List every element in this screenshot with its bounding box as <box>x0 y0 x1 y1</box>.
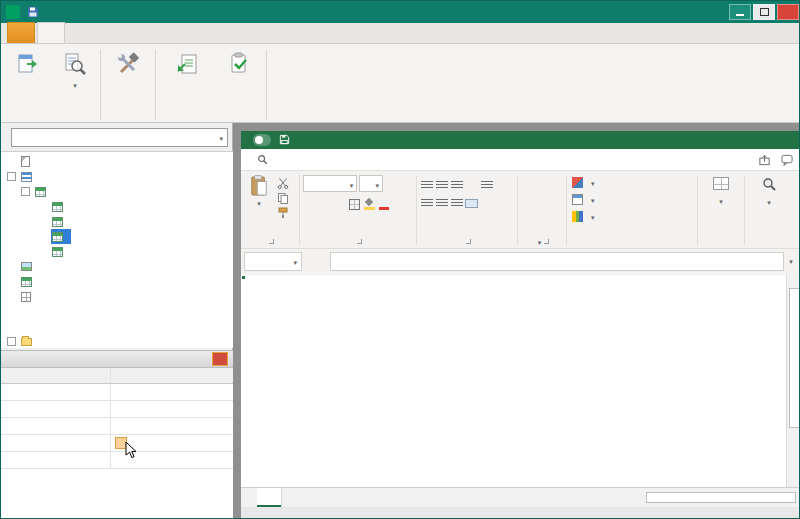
tree-item-tables[interactable] <box>1 274 233 289</box>
percent-style-button[interactable] <box>521 175 563 235</box>
vertical-scrollbar[interactable] <box>786 275 800 487</box>
align-center-button[interactable] <box>435 193 448 208</box>
share-icon[interactable] <box>758 154 771 166</box>
font-color-button[interactable] <box>378 195 391 210</box>
entity-tree <box>1 151 233 348</box>
group-separator <box>744 175 745 245</box>
excel-pane <box>241 131 800 519</box>
orientation-button[interactable] <box>465 175 478 190</box>
editing-group <box>746 172 792 248</box>
comments-icon[interactable] <box>781 154 793 166</box>
minimize-button[interactable] <box>729 4 751 20</box>
collapse-expander-icon[interactable] <box>21 187 30 196</box>
tools-group <box>159 46 263 122</box>
connection-select[interactable] <box>11 128 228 147</box>
dialog-launcher-icon[interactable] <box>466 239 471 244</box>
property-key <box>1 401 111 417</box>
properties-close-button[interactable] <box>212 352 228 366</box>
copy-icon[interactable] <box>277 192 289 204</box>
italic-button[interactable] <box>318 195 331 210</box>
dialog-launcher-icon[interactable] <box>357 239 362 244</box>
tree-item-gross-profit[interactable] <box>1 229 233 244</box>
collapse-expander-icon[interactable] <box>7 172 16 181</box>
save-icon[interactable] <box>279 134 290 147</box>
property-row-description[interactable] <box>1 401 233 418</box>
conditional-formatting-button[interactable] <box>570 174 694 191</box>
tree-item-product-name[interactable] <box>1 199 233 214</box>
title-bar <box>1 1 800 23</box>
tree-item-page[interactable] <box>1 154 233 169</box>
property-row-keep-source-formats[interactable] <box>1 435 233 452</box>
merge-center-button[interactable] <box>465 193 479 208</box>
property-row-name[interactable] <box>1 384 233 401</box>
property-value <box>111 384 233 400</box>
horizontal-scrollbar[interactable] <box>644 488 800 507</box>
properties-grid-header <box>1 368 233 384</box>
image-icon <box>21 262 32 271</box>
maximize-button[interactable] <box>753 4 775 20</box>
format-as-table-button[interactable] <box>570 191 694 208</box>
vertical-scroll-thumb[interactable] <box>789 288 800 428</box>
property-value <box>111 418 233 434</box>
align-middle-button[interactable] <box>435 175 448 190</box>
tree-item-levels[interactable] <box>1 169 233 184</box>
check-entities-button[interactable] <box>217 49 263 81</box>
tab-file[interactable] <box>7 22 35 43</box>
tree-item-extras[interactable] <box>1 334 233 348</box>
app-icon[interactable] <box>6 5 20 19</box>
increase-font-size-button[interactable] <box>385 176 398 191</box>
wrap-text-button[interactable] <box>480 175 493 190</box>
bold-button[interactable] <box>303 195 316 210</box>
align-right-button[interactable] <box>450 193 463 208</box>
format-painter-icon[interactable] <box>277 207 289 219</box>
preview-button[interactable] <box>53 49 97 92</box>
align-top-button[interactable] <box>420 175 433 190</box>
fill-handle[interactable] <box>241 275 246 280</box>
cut-icon[interactable] <box>277 177 289 189</box>
chevron-down-icon <box>767 195 771 207</box>
dialog-launcher-icon[interactable] <box>544 239 549 244</box>
align-bottom-button[interactable] <box>450 175 463 190</box>
close-button[interactable] <box>777 4 799 20</box>
tree-item-formulas[interactable] <box>1 319 233 334</box>
underline-button[interactable] <box>333 195 346 210</box>
save-and-close-button[interactable] <box>5 49 53 81</box>
tree-item-cells[interactable] <box>1 289 233 304</box>
name-box[interactable] <box>244 252 302 271</box>
cells-icon <box>21 292 31 302</box>
property-row-format[interactable] <box>1 452 233 469</box>
paste-button[interactable] <box>244 175 274 235</box>
dialog-launcher-icon[interactable] <box>269 239 274 244</box>
tree-item-gp-percent[interactable] <box>1 244 233 259</box>
chevron-down-icon <box>591 211 595 222</box>
align-left-button[interactable] <box>420 193 433 208</box>
decrease-font-size-button[interactable] <box>400 176 413 191</box>
table-icon <box>52 217 63 227</box>
tree-item-ch184-level[interactable] <box>1 184 233 199</box>
borders-button[interactable] <box>348 195 361 210</box>
cell-styles-button[interactable] <box>570 208 694 225</box>
fill-color-button[interactable] <box>363 195 376 210</box>
formula-input[interactable] <box>330 252 784 271</box>
tree-item-variables[interactable] <box>1 304 233 319</box>
tree-item-images[interactable] <box>1 259 233 274</box>
autosave-toggle[interactable] <box>249 134 271 146</box>
expand-formula-bar-icon[interactable] <box>784 257 798 266</box>
properties-panel <box>1 350 233 519</box>
import-np16-report-button[interactable] <box>159 49 217 81</box>
font-size-combo[interactable] <box>359 175 383 192</box>
tree-item-total-sales[interactable] <box>1 214 233 229</box>
group-separator <box>100 50 101 120</box>
sheet-tab-sheet1[interactable] <box>257 488 282 507</box>
borders-icon <box>349 199 360 210</box>
horizontal-scroll-thumb[interactable] <box>646 492 796 503</box>
editing-button[interactable] <box>746 172 792 207</box>
tell-me-box[interactable] <box>257 154 272 165</box>
font-name-combo[interactable] <box>303 175 357 192</box>
expand-expander-icon[interactable] <box>7 337 16 346</box>
toolbar-button[interactable] <box>104 49 152 81</box>
quick-save-icon[interactable] <box>27 6 39 18</box>
cells-button[interactable] <box>699 172 743 206</box>
property-row-connection[interactable] <box>1 418 233 435</box>
tab-template[interactable] <box>37 22 65 43</box>
